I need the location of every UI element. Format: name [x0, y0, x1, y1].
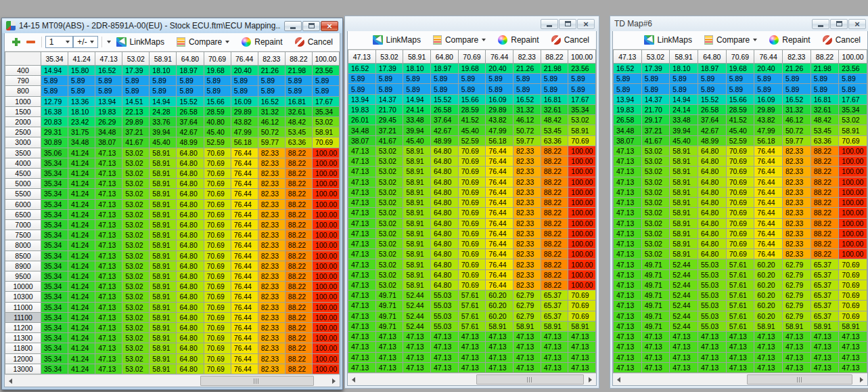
table-cell[interactable]: 64.80 [177, 303, 203, 312]
table-cell[interactable]: 45.40 [727, 125, 754, 135]
table-cell[interactable]: 76.44 [754, 229, 782, 238]
row-header[interactable]: 8900 [5, 261, 41, 271]
table-cell[interactable]: 24.14 [670, 105, 698, 114]
table-cell[interactable]: 35.34 [41, 251, 68, 261]
table-cell[interactable]: 5.89 [486, 84, 513, 93]
table-cell[interactable]: 88.22 [285, 313, 312, 322]
table-cell[interactable]: 5.89 [513, 74, 541, 83]
table-cell[interactable]: 53.02 [122, 292, 149, 301]
table-cell[interactable]: 64.80 [177, 200, 203, 209]
table-cell[interactable]: 100.00 [839, 239, 867, 248]
table-cell[interactable]: 58.91 [670, 146, 698, 156]
linkmaps-button[interactable]: LinkMaps [114, 37, 167, 47]
table-cell[interactable]: 88.22 [541, 208, 568, 217]
table-cell[interactable]: 57.61 [459, 301, 486, 310]
table-cell[interactable]: 100.00 [313, 148, 339, 158]
table-cell[interactable]: 70.69 [459, 270, 486, 280]
table-cell[interactable]: 58.91 [150, 169, 176, 178]
table-cell[interactable]: 49.71 [642, 270, 670, 280]
table-cell[interactable]: 70.69 [204, 303, 231, 312]
table-cell[interactable]: 64.80 [177, 343, 203, 353]
table-cell[interactable]: 64.80 [177, 210, 203, 219]
table-cell[interactable]: 47.13 [614, 249, 641, 259]
table-cell[interactable]: 19.68 [459, 64, 486, 73]
table-cell[interactable]: 82.33 [783, 188, 810, 197]
table-cell[interactable]: 58.91 [150, 282, 176, 291]
table-cell[interactable]: 63.36 [541, 136, 568, 146]
table-cell[interactable]: 35.34 [568, 105, 595, 114]
table-cell[interactable]: 47.13 [727, 363, 754, 372]
table-cell[interactable]: 57.61 [727, 322, 754, 331]
table-cell[interactable]: 58.91 [150, 343, 176, 353]
table-cell[interactable]: 64.80 [177, 261, 203, 271]
table-cell[interactable]: 53.02 [122, 148, 149, 158]
row-header[interactable]: 7500 [5, 230, 41, 240]
table-cell[interactable]: 70.69 [839, 280, 867, 290]
table-cell[interactable]: 47.13 [614, 208, 641, 217]
column-header[interactable]: 53.02 [376, 50, 403, 63]
table-cell[interactable]: 5.89 [614, 84, 641, 93]
table-cell[interactable]: 70.69 [204, 251, 231, 261]
table-cell[interactable]: 35.34 [41, 343, 68, 353]
table-cell[interactable]: 88.22 [285, 303, 312, 312]
table-cell[interactable]: 76.44 [231, 282, 258, 291]
table-cell[interactable]: 23.56 [839, 64, 867, 73]
table-cell[interactable]: 60.20 [754, 259, 782, 269]
table-cell[interactable]: 5.89 [150, 76, 176, 85]
table-cell[interactable]: 52.44 [670, 311, 698, 321]
column-header[interactable]: 70.69 [727, 50, 754, 63]
table-cell[interactable]: 58.91 [839, 125, 867, 135]
maximize-button[interactable] [559, 19, 576, 29]
table-cell[interactable]: 47.13 [95, 282, 122, 291]
table-cell[interactable]: 13.94 [95, 97, 122, 106]
table-cell[interactable]: 58.91 [670, 229, 698, 238]
table-cell[interactable]: 64.80 [698, 198, 726, 207]
table-cell[interactable]: 53.02 [122, 333, 149, 343]
table-cell[interactable]: 76.44 [231, 158, 258, 168]
table-cell[interactable]: 47.13 [811, 342, 839, 351]
table-cell[interactable]: 100.00 [313, 303, 339, 312]
table-cell[interactable]: 47.13 [95, 148, 122, 158]
table-cell[interactable]: 47.13 [754, 363, 782, 372]
table-cell[interactable]: 59.77 [258, 137, 285, 147]
table-cell[interactable]: 60.20 [754, 301, 782, 310]
table-cell[interactable]: 82.33 [258, 210, 285, 219]
table-cell[interactable]: 58.91 [754, 322, 782, 331]
table-cell[interactable]: 58.91 [670, 239, 698, 248]
table-cell[interactable]: 37.64 [177, 117, 203, 127]
table-cell[interactable]: 21.98 [285, 66, 312, 75]
table-cell[interactable]: 82.33 [783, 229, 810, 238]
table-cell[interactable]: 82.33 [513, 156, 541, 166]
table-cell[interactable]: 70.69 [727, 229, 754, 238]
table-cell[interactable]: 35.34 [41, 354, 68, 364]
chevron-down-icon[interactable] [87, 37, 97, 47]
table-cell[interactable]: 47.13 [95, 230, 122, 240]
table-cell[interactable]: 64.80 [177, 292, 203, 301]
table-cell[interactable]: 35.34 [41, 189, 68, 198]
table-cell[interactable]: 5.89 [403, 84, 430, 93]
maximize-button[interactable] [302, 21, 320, 31]
table-cell[interactable]: 64.80 [698, 188, 726, 197]
table-cell[interactable]: 26.29 [95, 117, 122, 127]
table-cell[interactable]: 62.79 [513, 311, 541, 321]
table-cell[interactable]: 5.89 [642, 84, 670, 93]
column-header[interactable]: 76.44 [486, 50, 513, 63]
table-cell[interactable]: 47.13 [95, 292, 122, 301]
column-header[interactable]: 100.00 [839, 50, 867, 63]
table-cell[interactable]: 29.89 [122, 117, 149, 127]
table-cell[interactable]: 64.80 [177, 189, 203, 198]
table-cell[interactable]: 53.02 [376, 198, 403, 207]
table-cell[interactable]: 16.52 [348, 64, 375, 73]
table-cell[interactable]: 47.13 [642, 353, 670, 362]
table-cell[interactable]: 76.44 [231, 240, 258, 250]
table-cell[interactable]: 53.02 [376, 177, 403, 187]
table-cell[interactable]: 38.07 [95, 137, 122, 147]
column-header[interactable]: 35.34 [41, 52, 68, 65]
table-cell[interactable]: 63.36 [811, 136, 839, 146]
table-cell[interactable]: 88.22 [285, 282, 312, 291]
table-cell[interactable]: 82.33 [258, 240, 285, 250]
table-cell[interactable]: 14.51 [122, 97, 149, 106]
table-cell[interactable]: 82.33 [783, 208, 810, 217]
table-cell[interactable]: 35.34 [41, 169, 68, 178]
table-cell[interactable]: 53.02 [122, 240, 149, 250]
